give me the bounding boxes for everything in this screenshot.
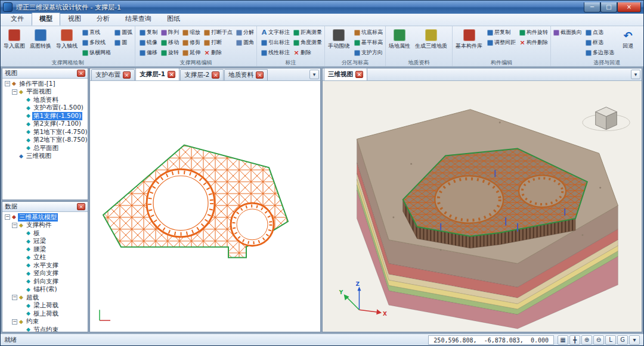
tree-item-site-plan-view[interactable]: ◆总平面图: [2, 144, 88, 152]
menu-tab-model[interactable]: 模型: [32, 13, 60, 26]
tree-item-column[interactable]: ◆立柱: [2, 254, 88, 262]
tree-item-surcharge[interactable]: ◆超载: [2, 294, 88, 302]
tree-item-slab-load[interactable]: ◆板上荷载: [2, 310, 88, 318]
draw-polyline-button[interactable]: 多段线: [81, 38, 112, 48]
zoom-out-icon[interactable]: ⊖: [593, 335, 604, 345]
component-library-button[interactable]: 基本构件库: [454, 27, 484, 51]
linear-annotation-button[interactable]: 线性标注: [260, 48, 291, 58]
break-at-point-button[interactable]: 打断于点: [203, 27, 234, 38]
tree-item-operation-plane[interactable]: ◆操作平面-[1]: [2, 80, 88, 88]
distance-measure-button[interactable]: 距离测量: [292, 27, 323, 38]
erase-button[interactable]: ×删除: [203, 48, 234, 58]
leader-annotation-button[interactable]: 引出标注: [260, 38, 291, 48]
tree-item-three-d-view-node[interactable]: ◆三维视图: [2, 152, 88, 161]
basemap-convert-button[interactable]: 底图转换: [28, 27, 53, 51]
doc-tab-support-layout[interactable]: 支护布置×: [91, 69, 135, 80]
section-reverse-button[interactable]: 截面换向: [552, 27, 583, 38]
group-toggle-icon[interactable]: G: [617, 335, 628, 345]
close-tab-support-layout-icon[interactable]: ×: [123, 71, 131, 79]
maximize-button[interactable]: □: [600, 2, 617, 13]
expander-icon[interactable]: [12, 319, 17, 325]
manual-enclose-button[interactable]: 手动围绕: [326, 27, 351, 51]
zoom-in-icon[interactable]: ⊕: [581, 335, 592, 345]
tree-item-beam-load[interactable]: ◆梁上荷载: [2, 302, 88, 310]
doc-tab-three-d-view[interactable]: 三维视图×: [324, 68, 367, 80]
leveling-elevation-button[interactable]: 基平标高: [353, 38, 384, 48]
tree-item-diagonal-brace[interactable]: ◆斜向支撑: [2, 278, 88, 286]
tree-item-waist-beam[interactable]: ◆腰梁: [2, 245, 88, 254]
menu-tab-results-query[interactable]: 结果查询: [117, 13, 159, 26]
copy-button[interactable]: 复制: [138, 27, 159, 38]
close-tab-geology-data-icon[interactable]: ×: [256, 71, 264, 79]
scale-button[interactable]: 缩放: [181, 27, 202, 38]
expander-icon[interactable]: [12, 295, 17, 300]
import-axes-button[interactable]: 导入轴线: [54, 27, 79, 51]
component-rotate-button[interactable]: 构件旋转: [518, 27, 549, 38]
minimize-button[interactable]: ─: [584, 2, 600, 13]
expander-icon[interactable]: [5, 81, 10, 86]
support-direction-button[interactable]: 支护方向: [353, 48, 384, 58]
adjust-spacing-button[interactable]: 调整间距: [486, 38, 517, 48]
explode-button[interactable]: 分解: [235, 27, 255, 38]
doc-tab-geology-data[interactable]: 地质资料×: [224, 69, 268, 80]
expander-icon[interactable]: [5, 214, 10, 220]
tree-item-slab[interactable]: ◆板: [2, 229, 88, 238]
polygon-select-button[interactable]: 多边形选: [584, 48, 615, 58]
close-view-panel-icon[interactable]: ×: [77, 70, 85, 77]
tree-item-support-layout-view[interactable]: ◆支护布置(-1.500): [2, 104, 88, 113]
ortho-grid-button[interactable]: 纵横网格: [81, 48, 112, 58]
site-properties-button[interactable]: 场地属性: [387, 27, 412, 51]
tree-item-plan-views[interactable]: ◆平面视图: [2, 88, 88, 96]
close-tab-three-d-view-icon[interactable]: ×: [355, 71, 363, 78]
tree-item-geology-data-view[interactable]: ◆地质资料: [2, 96, 88, 104]
viewport-3d-canvas[interactable]: Z Y X: [323, 81, 642, 332]
undo-button[interactable]: ↶回退: [617, 27, 639, 51]
move-button[interactable]: 移动: [160, 38, 180, 48]
offset-button[interactable]: 偏移: [138, 48, 159, 58]
menu-tab-analysis[interactable]: 分析: [89, 13, 117, 26]
array-button[interactable]: 阵列: [160, 27, 180, 38]
doc-tab-brace-layer-1[interactable]: 支撑层-1×: [135, 68, 179, 80]
plan-canvas[interactable]: [90, 81, 320, 332]
tree-item-brace-1-view[interactable]: ◆第1支撑(-1.500): [2, 112, 88, 120]
tree-item-basement-2-view[interactable]: ◆第2地下室(-8.750): [2, 136, 88, 145]
view-options-icon[interactable]: ▾: [629, 335, 640, 345]
redo-button[interactable]: ↷重做: [640, 27, 643, 51]
close-tab-brace-layer-1-icon[interactable]: ×: [168, 71, 175, 78]
mirror-button[interactable]: 镜像: [138, 38, 159, 48]
tree-item-brace-components[interactable]: ◆支撑构件: [2, 222, 88, 230]
expander-icon[interactable]: [12, 223, 17, 228]
point-select-button[interactable]: 点选: [584, 27, 615, 38]
trim-button[interactable]: 修剪: [181, 38, 202, 48]
menu-tab-file[interactable]: 文件: [3, 13, 32, 26]
angle-measure-button[interactable]: 角度测量: [292, 38, 323, 48]
tree-item-constraints[interactable]: ◆约束: [2, 318, 88, 326]
draw-circle-button[interactable]: 圆: [113, 38, 134, 48]
layer-toggle-icon[interactable]: L: [605, 335, 616, 345]
viewport3d-tabs-menu-icon[interactable]: ▾: [631, 70, 640, 79]
break-button[interactable]: 打断: [203, 38, 234, 48]
annotation-delete-button[interactable]: ×删除: [292, 48, 323, 58]
fillet-button[interactable]: 圆角: [235, 38, 255, 48]
close-button[interactable]: ×: [617, 2, 641, 13]
tree-item-pit-model-root[interactable]: ◆三维基坑模型: [2, 213, 88, 222]
component-delete-button[interactable]: ×构件删除: [518, 38, 549, 48]
menu-tab-drawings[interactable]: 图纸: [159, 13, 188, 26]
tree-item-horizontal-brace[interactable]: ◆水平支撑: [2, 261, 88, 270]
tree-item-anchor-rod[interactable]: ◆锚杆(索): [2, 286, 88, 294]
view-cube[interactable]: [583, 107, 630, 131]
text-annotation-button[interactable]: A文字标注: [260, 27, 291, 38]
close-tab-brace-layer-2-icon[interactable]: ×: [212, 71, 219, 79]
tree-item-basement-1-view[interactable]: ◆第1地下室(-4.750): [2, 128, 88, 136]
rotate-button[interactable]: 旋转: [160, 48, 180, 58]
box-select-button[interactable]: 框选: [584, 38, 615, 48]
tree-item-node-constraint[interactable]: ◆节点约束: [2, 326, 88, 332]
tree-item-brace-2-view[interactable]: ◆第2支撑(-7.100): [2, 120, 88, 129]
doc-tabs-menu-icon[interactable]: ▾: [309, 70, 319, 79]
import-basemap-button[interactable]: 导入底图: [2, 27, 27, 51]
extend-button[interactable]: 延伸: [181, 48, 202, 58]
tree-item-vertical-brace[interactable]: ◆竖向支撑: [2, 270, 88, 278]
tree-item-crown-beam[interactable]: ◆冠梁: [2, 238, 88, 246]
close-data-panel-icon[interactable]: ×: [77, 203, 85, 210]
grid-toggle-icon[interactable]: ▦: [558, 335, 568, 345]
